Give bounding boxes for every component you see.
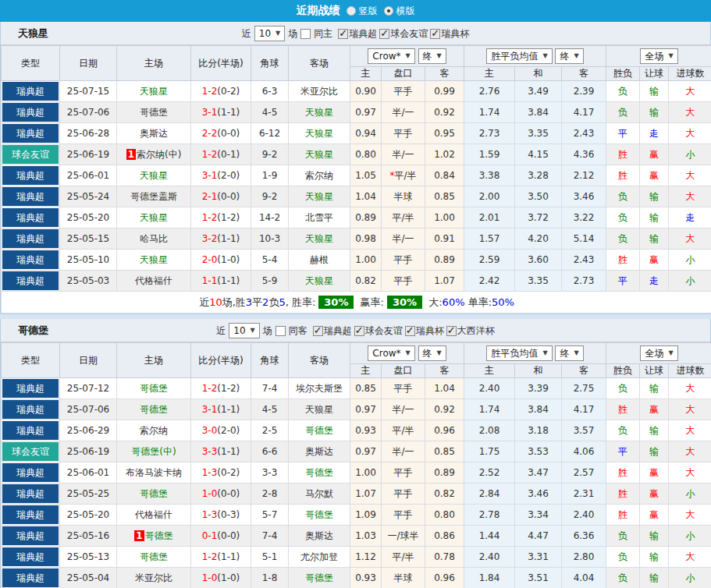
away-team-name[interactable]: 天狼星 bbox=[305, 191, 333, 202]
handicap-cell: 平/半 bbox=[382, 420, 425, 441]
home-team-name[interactable]: 哥德堡 bbox=[140, 107, 168, 118]
home-team-name[interactable]: 索尔纳 bbox=[140, 425, 168, 436]
away-odds-cell: 0.95 bbox=[425, 123, 464, 144]
half-score: (1-0) bbox=[217, 572, 240, 583]
half-score: (1-1) bbox=[217, 233, 240, 244]
home-team-name[interactable]: 哈马比 bbox=[140, 233, 168, 244]
home-team-name[interactable]: 奥斯达 bbox=[140, 128, 168, 139]
competition-filter[interactable]: 瑞典杯 bbox=[430, 27, 469, 41]
date-cell: 25-07-06 bbox=[60, 102, 117, 123]
match-row: 瑞典超25-05-13哥德堡1-2(1-1)5-1尤尔加登1.12平/半0.78… bbox=[2, 547, 711, 568]
odds-group-header: Crow*▼ 终▼ bbox=[350, 46, 464, 67]
competition-filter[interactable]: 球会友谊 bbox=[354, 324, 403, 338]
result-goals-cell: 大 bbox=[669, 547, 711, 568]
subcol-mean-draw: 和 bbox=[515, 67, 562, 81]
scope-select[interactable]: 全场▼ bbox=[640, 345, 677, 361]
away-team-name[interactable]: 埃尔夫斯堡 bbox=[296, 383, 343, 394]
home-team-name[interactable]: 米亚尔比 bbox=[135, 572, 172, 583]
recent-count-select[interactable]: 10▼ bbox=[229, 323, 259, 338]
scope-select[interactable]: 全场▼ bbox=[640, 48, 677, 64]
odds-period-select[interactable]: 终▼ bbox=[418, 48, 446, 64]
home-team-name[interactable]: 哥德堡 bbox=[140, 383, 168, 394]
checkbox-icon[interactable] bbox=[430, 29, 440, 39]
same-venue-checkbox[interactable] bbox=[300, 29, 311, 39]
home-team-name[interactable]: 代格福什 bbox=[135, 275, 172, 286]
league-badge: 瑞典超 bbox=[2, 547, 59, 566]
away-team-name[interactable]: 马尔默 bbox=[305, 488, 333, 499]
competition-filter[interactable]: 瑞典超 bbox=[313, 324, 352, 338]
radio-icon[interactable] bbox=[384, 6, 393, 16]
team-name[interactable]: 哥德堡 bbox=[18, 319, 48, 342]
checkbox-icon[interactable] bbox=[405, 326, 415, 336]
away-team-name[interactable]: 哥德堡 bbox=[305, 572, 333, 583]
home-team-name[interactable]: 天狼星 bbox=[140, 86, 168, 97]
away-team-name[interactable]: 索尔纳 bbox=[305, 170, 333, 181]
same-venue-checkbox[interactable] bbox=[276, 326, 286, 336]
checkbox-icon[interactable] bbox=[354, 326, 364, 336]
result-handicap-cell: 赢 bbox=[640, 165, 669, 186]
away-team-name[interactable]: 奥斯达 bbox=[305, 446, 333, 457]
match-row: 瑞典超25-07-12哥德堡1-2(1-2)7-4埃尔夫斯堡0.85平手1.04… bbox=[2, 378, 711, 399]
version-radio-1[interactable]: 横版 bbox=[384, 5, 415, 18]
away-team-name[interactable]: 天狼星 bbox=[305, 233, 333, 244]
away-team-name[interactable]: 尤尔加登 bbox=[300, 551, 338, 562]
odds-period-select[interactable]: 终▼ bbox=[418, 345, 446, 361]
away-team-name[interactable]: 哥德堡 bbox=[305, 425, 333, 436]
home-team-name[interactable]: 天狼星 bbox=[140, 170, 168, 181]
home-team-cell: 哥德堡(中) bbox=[117, 441, 191, 462]
away-team-name[interactable]: 哥德堡 bbox=[305, 509, 333, 520]
away-team-name[interactable]: 天狼星 bbox=[305, 404, 333, 415]
home-team-name[interactable]: 哥德堡 bbox=[140, 551, 168, 562]
result-text: 负 bbox=[618, 107, 627, 118]
recent-label: 近 bbox=[242, 27, 251, 41]
version-radio-0[interactable]: 竖版 bbox=[347, 5, 378, 18]
score-cell: 0-1(0-0) bbox=[191, 526, 251, 547]
checkbox-icon[interactable] bbox=[379, 29, 389, 39]
competition-filter[interactable]: 瑞典杯 bbox=[405, 324, 444, 338]
home-team-name[interactable]: 天狼星 bbox=[140, 212, 168, 223]
away-team-name[interactable]: 天狼星 bbox=[305, 149, 333, 160]
home-team-cell: 哥德堡 bbox=[117, 399, 191, 420]
home-team-name[interactable]: 哥德堡 bbox=[145, 530, 173, 541]
scope-group-header: 全场▼ bbox=[606, 343, 711, 364]
away-team-name[interactable]: 赫根 bbox=[310, 254, 329, 265]
mean-period-value: 终 bbox=[560, 50, 569, 62]
summary-text: 大: bbox=[425, 296, 443, 308]
home-odds-cell: 1.00 bbox=[350, 250, 382, 271]
away-team-name[interactable]: 奥斯达 bbox=[305, 530, 333, 541]
away-team-name[interactable]: 天狼星 bbox=[305, 275, 333, 286]
mean-draw-cell: 3.28 bbox=[515, 165, 562, 186]
home-odds-cell: 1.05 bbox=[350, 165, 382, 186]
home-team-name[interactable]: 哥德堡 bbox=[140, 488, 168, 499]
away-team-name[interactable]: 哥德堡 bbox=[305, 467, 333, 478]
away-team-name[interactable]: 天狼星 bbox=[305, 128, 333, 139]
home-team-name[interactable]: 索尔纳(中) bbox=[137, 149, 181, 160]
recent-count-select[interactable]: 10▼ bbox=[254, 26, 285, 41]
mean-type-select[interactable]: 胜平负均值▼ bbox=[486, 48, 552, 64]
competition-filter[interactable]: 大西洋杯 bbox=[446, 324, 495, 338]
mean-period-select[interactable]: 终▼ bbox=[555, 345, 583, 361]
away-team-name[interactable]: 北雪平 bbox=[305, 212, 333, 223]
home-team-name[interactable]: 代格福什 bbox=[135, 509, 172, 520]
mean-period-select[interactable]: 终▼ bbox=[555, 48, 583, 64]
home-team-name[interactable]: 哥德堡盖斯 bbox=[130, 191, 177, 202]
radio-icon[interactable] bbox=[347, 6, 356, 16]
home-team-name[interactable]: 布洛马波卡纳 bbox=[126, 467, 182, 478]
home-team-name[interactable]: 哥德堡(中) bbox=[131, 446, 176, 457]
bookmaker-select[interactable]: Crow*▼ bbox=[368, 345, 414, 361]
mean-type-select[interactable]: 胜平负均值▼ bbox=[486, 345, 552, 361]
result-goals-cell: 大 bbox=[669, 462, 711, 484]
checkbox-icon[interactable] bbox=[313, 326, 323, 336]
match-row: 瑞典超25-06-01布洛马波卡纳1-3(0-2)3-3哥德堡1.00平手0.8… bbox=[2, 462, 711, 484]
competition-filter[interactable]: 瑞典超 bbox=[338, 27, 377, 41]
home-team-name[interactable]: 天狼星 bbox=[140, 254, 168, 265]
home-team-name[interactable]: 哥德堡 bbox=[140, 404, 168, 415]
checkbox-icon[interactable] bbox=[338, 29, 348, 39]
bookmaker-select[interactable]: Crow*▼ bbox=[368, 48, 414, 64]
team-name[interactable]: 天狼星 bbox=[18, 22, 48, 45]
away-team-name[interactable]: 天狼星 bbox=[305, 107, 333, 118]
away-team-name[interactable]: 米亚尔比 bbox=[300, 86, 338, 97]
checkbox-icon[interactable] bbox=[446, 326, 457, 336]
competition-filter[interactable]: 球会友谊 bbox=[379, 27, 428, 41]
match-row: 瑞典超25-07-15天狼星1-2(0-2)6-3米亚尔比0.90平手0.992… bbox=[2, 81, 711, 102]
